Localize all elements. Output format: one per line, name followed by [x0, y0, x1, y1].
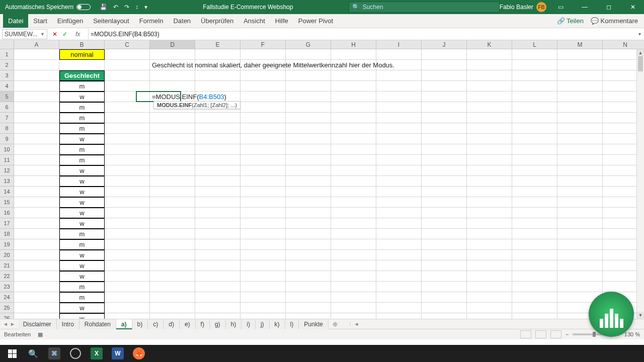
- cell-M16[interactable]: [557, 208, 603, 218]
- cell-J4[interactable]: [422, 81, 467, 92]
- cell-J10[interactable]: [422, 144, 467, 155]
- cell-K14[interactable]: [467, 187, 512, 197]
- macro-icon[interactable]: ▦: [38, 331, 43, 338]
- cell-A4[interactable]: [14, 81, 59, 92]
- cell-A7[interactable]: [14, 113, 59, 123]
- cell-B3[interactable]: Geschlecht: [59, 70, 105, 81]
- cell-C14[interactable]: [105, 187, 150, 197]
- tab-hilfe[interactable]: Hilfe: [270, 14, 293, 28]
- cell-L4[interactable]: [512, 81, 557, 92]
- view-break-icon[interactable]: [550, 330, 561, 338]
- cell-C15[interactable]: [105, 197, 150, 208]
- cell-F8[interactable]: [240, 123, 286, 134]
- cell-K13[interactable]: [467, 176, 512, 187]
- col-header-H[interactable]: H: [331, 40, 376, 49]
- cell-L25[interactable]: [512, 303, 557, 313]
- cell-J11[interactable]: [422, 155, 467, 165]
- cell-J24[interactable]: [422, 292, 467, 303]
- cell-K18[interactable]: [467, 229, 512, 239]
- cell-K9[interactable]: [467, 134, 512, 144]
- cell-E7[interactable]: [195, 113, 240, 123]
- tab-powerpivot[interactable]: Power Pivot: [293, 14, 338, 28]
- cell-F20[interactable]: [240, 250, 286, 260]
- cell-A10[interactable]: [14, 144, 59, 155]
- cell-D22[interactable]: [150, 271, 195, 282]
- cell-A2[interactable]: [14, 60, 59, 70]
- cell-D20[interactable]: [150, 250, 195, 260]
- row-header-6[interactable]: 6: [0, 102, 14, 113]
- cell-B8[interactable]: m: [59, 123, 105, 134]
- chevron-down-icon[interactable]: ▼: [40, 32, 45, 37]
- cell-D7[interactable]: [150, 113, 195, 123]
- cell-A11[interactable]: [14, 155, 59, 165]
- col-header-B[interactable]: B: [59, 40, 105, 49]
- cell-K23[interactable]: [467, 282, 512, 292]
- cell-C17[interactable]: [105, 218, 150, 229]
- cell-G4[interactable]: [286, 81, 331, 92]
- cell-D19[interactable]: [150, 239, 195, 250]
- cell-D12[interactable]: [150, 165, 195, 176]
- cell-D15[interactable]: [150, 197, 195, 208]
- sheet-tab-c[interactable]: c): [148, 319, 164, 329]
- tab-datei[interactable]: Datei: [3, 14, 28, 28]
- cell-G20[interactable]: [286, 250, 331, 260]
- cell-B25[interactable]: w: [59, 303, 105, 313]
- cell-C9[interactable]: [105, 134, 150, 144]
- cell-A21[interactable]: [14, 260, 59, 271]
- cell-M10[interactable]: [557, 144, 603, 155]
- cell-J2[interactable]: [422, 60, 467, 70]
- cell-C26[interactable]: [105, 313, 150, 319]
- cell-L9[interactable]: [512, 134, 557, 144]
- cell-M13[interactable]: [557, 176, 603, 187]
- cell-G19[interactable]: [286, 239, 331, 250]
- cell-B22[interactable]: w: [59, 271, 105, 282]
- cell-A23[interactable]: [14, 282, 59, 292]
- cell-F10[interactable]: [240, 144, 286, 155]
- row-header-4[interactable]: 4: [0, 81, 14, 92]
- cell-F15[interactable]: [240, 197, 286, 208]
- cell-E4[interactable]: [195, 81, 240, 92]
- cell-I12[interactable]: [376, 165, 422, 176]
- cell-L15[interactable]: [512, 197, 557, 208]
- cell-H1[interactable]: [331, 49, 376, 60]
- cell-C1[interactable]: [105, 49, 150, 60]
- tab-ueberpruefen[interactable]: Überprüfen: [196, 14, 238, 28]
- cell-B7[interactable]: m: [59, 113, 105, 123]
- cell-J20[interactable]: [422, 250, 467, 260]
- cell-H11[interactable]: [331, 155, 376, 165]
- autosave-switch[interactable]: [76, 4, 91, 10]
- cell-I22[interactable]: [376, 271, 422, 282]
- sheet-tab-Intro[interactable]: Intro: [57, 319, 79, 329]
- col-header-A[interactable]: A: [14, 40, 59, 49]
- cell-F6[interactable]: [240, 102, 286, 113]
- row-header-25[interactable]: 25: [0, 303, 14, 313]
- cell-F19[interactable]: [240, 239, 286, 250]
- cell-L14[interactable]: [512, 187, 557, 197]
- cell-H15[interactable]: [331, 197, 376, 208]
- row-header-26[interactable]: 26: [0, 313, 14, 319]
- cell-M18[interactable]: [557, 229, 603, 239]
- cell-A1[interactable]: [14, 49, 59, 60]
- cell-M20[interactable]: [557, 250, 603, 260]
- cell-I18[interactable]: [376, 229, 422, 239]
- cell-K26[interactable]: [467, 313, 512, 319]
- cell-C3[interactable]: [105, 70, 150, 81]
- cell-L8[interactable]: [512, 123, 557, 134]
- cell-M17[interactable]: [557, 218, 603, 229]
- cell-A20[interactable]: [14, 250, 59, 260]
- cell-I20[interactable]: [376, 250, 422, 260]
- cell-A18[interactable]: [14, 229, 59, 239]
- cell-K11[interactable]: [467, 155, 512, 165]
- row-header-7[interactable]: 7: [0, 113, 14, 123]
- autosave-toggle[interactable]: Automatisches Speichern: [0, 4, 96, 11]
- cell-D4[interactable]: [150, 81, 195, 92]
- cell-G23[interactable]: [286, 282, 331, 292]
- cell-D11[interactable]: [150, 155, 195, 165]
- cell-J26[interactable]: [422, 313, 467, 319]
- cell-A26[interactable]: [14, 313, 59, 319]
- cell-K7[interactable]: [467, 113, 512, 123]
- undo-icon[interactable]: ↶: [113, 4, 118, 11]
- cell-B2[interactable]: [59, 60, 105, 70]
- cell-I7[interactable]: [376, 113, 422, 123]
- sheet-nav[interactable]: ◄►: [0, 321, 18, 327]
